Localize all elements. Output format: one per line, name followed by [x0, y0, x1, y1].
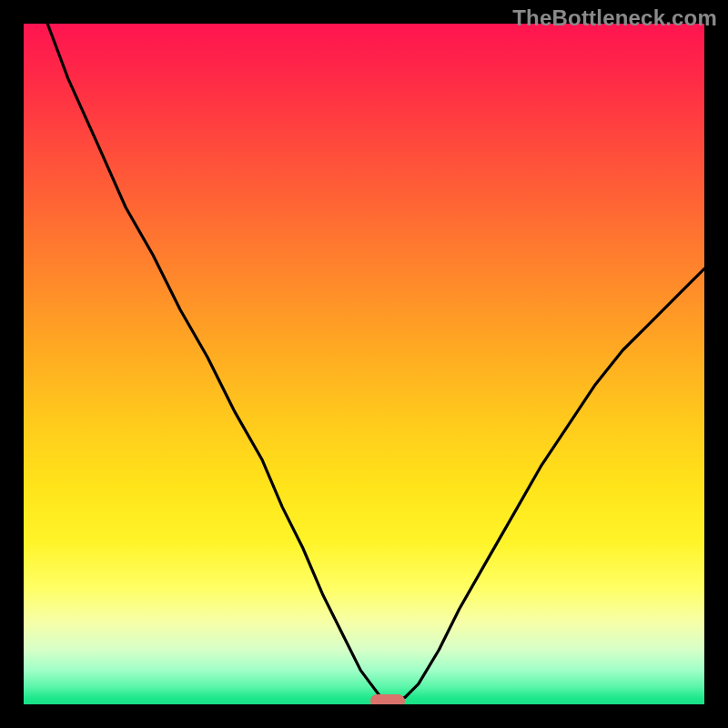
optimal-marker	[370, 694, 404, 704]
chart-frame: TheBottleneck.com	[0, 0, 728, 728]
watermark-text: TheBottleneck.com	[512, 5, 717, 31]
plot-area	[24, 24, 704, 704]
bottleneck-curve	[24, 24, 704, 704]
